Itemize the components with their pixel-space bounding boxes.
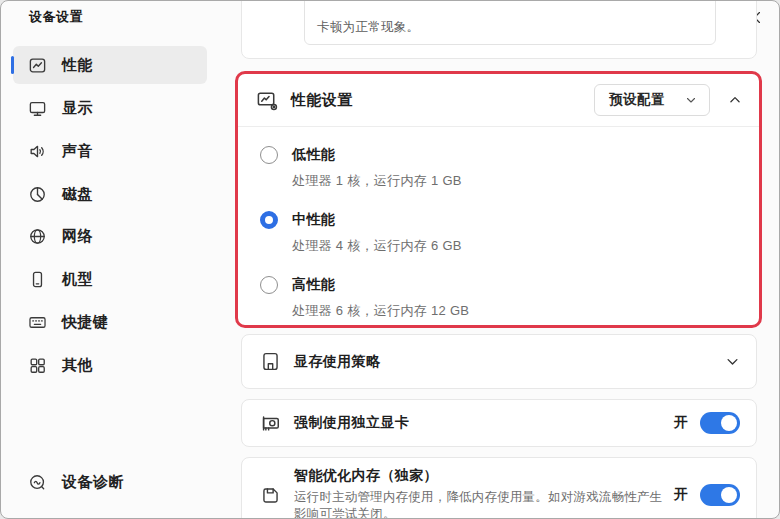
performance-settings-section: 性能设置 预设配置 低性能 xyxy=(235,71,762,328)
sidebar-item-diagnostics[interactable]: 设备诊断 xyxy=(13,463,207,501)
device-model-icon xyxy=(28,270,47,289)
memory-save-icon xyxy=(259,484,281,506)
device-settings-window: 设备设置 性能 显示 声音 xyxy=(0,0,780,519)
sidebar-item-sound[interactable]: 声音 xyxy=(13,132,207,170)
toggle-state-label: 开 xyxy=(674,486,688,504)
toggle-state-label: 开 xyxy=(674,414,688,432)
option-medium-performance[interactable]: 中性能 处理器 4 核，运行内存 6 GB xyxy=(238,201,759,266)
sidebar-item-display[interactable]: 显示 xyxy=(13,89,207,127)
chevron-down-icon[interactable] xyxy=(725,354,740,369)
card-description: 运行时主动管理内存使用，降低内存使用量。如对游戏流畅性产生影响可尝试关闭。 xyxy=(294,489,664,518)
content-area: 卡顿为正常现象。 性能设置 预设配置 xyxy=(231,1,779,518)
keyboard-icon xyxy=(28,313,47,332)
option-description: 处理器 1 核，运行内存 1 GB xyxy=(292,172,462,190)
performance-icon xyxy=(28,56,47,75)
radio-unchecked[interactable] xyxy=(260,276,278,294)
gpu-toggle-on[interactable] xyxy=(700,412,740,434)
sidebar-item-disk[interactable]: 磁盘 xyxy=(13,175,207,213)
vram-icon xyxy=(259,351,281,373)
performance-settings-header[interactable]: 性能设置 预设配置 xyxy=(238,74,759,126)
sidebar-item-label: 磁盘 xyxy=(62,185,93,204)
notice-text: 卡顿为正常现象。 xyxy=(317,19,419,36)
sound-icon xyxy=(28,142,47,161)
preset-config-dropdown[interactable]: 预设配置 xyxy=(594,84,710,116)
option-description: 处理器 4 核，运行内存 6 GB xyxy=(292,237,462,255)
performance-settings-icon xyxy=(255,88,279,112)
sidebar-item-shortcuts[interactable]: 快捷键 xyxy=(13,303,207,341)
notice-card: 卡顿为正常现象。 xyxy=(241,1,757,59)
sidebar-item-label: 机型 xyxy=(62,270,93,289)
chevron-up-icon xyxy=(728,93,742,107)
notice-box: 卡顿为正常现象。 xyxy=(304,1,716,45)
option-label: 中性能 xyxy=(292,211,462,229)
active-indicator xyxy=(11,56,14,74)
sidebar-item-label: 快捷键 xyxy=(62,313,109,332)
vram-strategy-card[interactable]: 显存使用策略 xyxy=(241,334,757,389)
option-label: 高性能 xyxy=(292,276,469,294)
grid-icon xyxy=(28,356,47,375)
sidebar-item-label: 声音 xyxy=(62,142,93,161)
section-title: 性能设置 xyxy=(291,91,353,110)
sidebar-item-label: 其他 xyxy=(62,356,93,375)
option-description: 处理器 6 核，运行内存 12 GB xyxy=(292,302,469,320)
gpu-icon xyxy=(259,412,281,434)
radio-checked[interactable] xyxy=(260,211,278,229)
memory-toggle-on[interactable] xyxy=(700,484,740,506)
card-title: 智能优化内存（独家） xyxy=(294,467,664,485)
sidebar-item-network[interactable]: 网络 xyxy=(13,217,207,255)
preset-config-label: 预设配置 xyxy=(609,91,665,109)
sidebar-item-label: 性能 xyxy=(62,56,93,75)
collapse-section-button[interactable] xyxy=(725,90,745,110)
option-low-performance[interactable]: 低性能 处理器 1 核，运行内存 1 GB xyxy=(238,136,759,201)
toggle-knob xyxy=(721,487,737,503)
force-gpu-card: 强制使用独立显卡 开 xyxy=(241,399,757,447)
card-title: 显存使用策略 xyxy=(294,353,380,371)
sidebar-item-label: 网络 xyxy=(62,227,93,246)
diagnostics-icon xyxy=(28,473,47,492)
card-title: 强制使用独立显卡 xyxy=(294,414,409,432)
sidebar-item-performance[interactable]: 性能 xyxy=(13,46,207,84)
toggle-knob xyxy=(721,415,737,431)
radio-unchecked[interactable] xyxy=(260,146,278,164)
option-high-performance[interactable]: 高性能 处理器 6 核，运行内存 12 GB xyxy=(238,266,759,331)
display-icon xyxy=(28,99,47,118)
performance-options: 低性能 处理器 1 核，运行内存 1 GB 中性能 处理器 4 核，运行内存 6… xyxy=(238,127,759,331)
disk-icon xyxy=(28,185,47,204)
option-label: 低性能 xyxy=(292,146,462,164)
sidebar: 性能 显示 声音 磁盘 网络 xyxy=(1,1,231,519)
smart-memory-card: 智能优化内存（独家） 运行时主动管理内存使用，降低内存使用量。如对游戏流畅性产生… xyxy=(241,457,757,518)
sidebar-item-label: 设备诊断 xyxy=(62,473,124,492)
sidebar-item-device-model[interactable]: 机型 xyxy=(13,260,207,298)
network-icon xyxy=(28,227,47,246)
chevron-down-icon xyxy=(685,94,697,106)
sidebar-item-others[interactable]: 其他 xyxy=(13,346,207,384)
sidebar-item-label: 显示 xyxy=(62,99,93,118)
